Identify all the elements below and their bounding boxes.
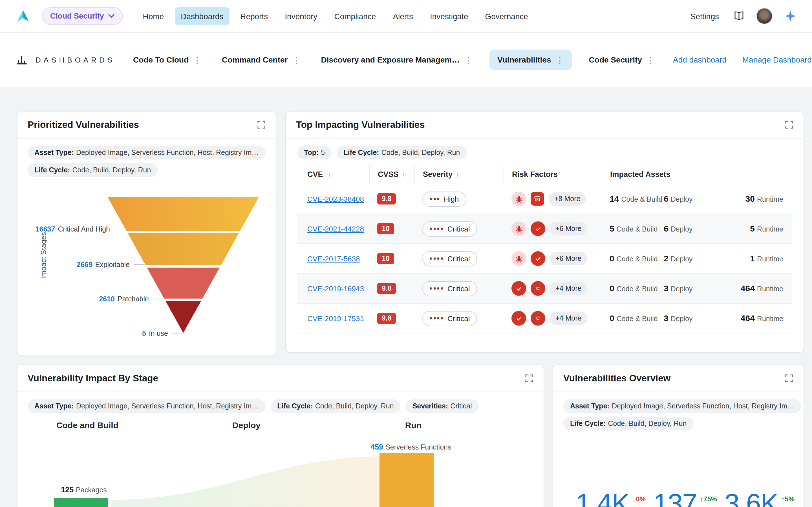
serverless-functions-node-label: 459Serverless Functions bbox=[370, 443, 451, 451]
table-row: CVE-2019-17531 9.8 Critical C bbox=[297, 304, 792, 334]
impacted-deploy: 2Deploy bbox=[664, 252, 731, 265]
impacted-runtime: 1Runtime bbox=[731, 252, 783, 265]
impacted-runtime: 464Runtime bbox=[731, 282, 783, 295]
top-nav: Cloud Security Home Dashboards Reports I… bbox=[0, 0, 812, 33]
cve-link[interactable]: CVE-2019-16943 bbox=[307, 284, 364, 293]
prisma-cloud-logo-icon[interactable] bbox=[16, 9, 31, 23]
docs-book-icon[interactable] bbox=[731, 9, 746, 23]
tab-label: Vulnerabilities bbox=[497, 55, 551, 64]
cvss-badge: 9.8 bbox=[377, 313, 396, 324]
nav-item-home[interactable]: Home bbox=[137, 7, 170, 25]
expand-icon[interactable] bbox=[785, 121, 794, 129]
kpi-delta-down: ↓0% bbox=[633, 495, 646, 503]
nav-item-governance[interactable]: Governance bbox=[479, 7, 534, 25]
filter-chip-asset-type[interactable]: Asset Type: Deployed Image, Serverless F… bbox=[563, 399, 801, 413]
funnel-chart: Impact Stages 1 bbox=[17, 197, 276, 333]
nav-item-compliance[interactable]: Compliance bbox=[328, 7, 382, 25]
tab-discovery-exposure[interactable]: Discovery and Exposure Managem… ⋮ bbox=[317, 50, 476, 70]
stage-value: 5 bbox=[142, 329, 146, 337]
more-risk-factors-pill[interactable]: +6 More bbox=[550, 222, 587, 235]
severity-badge: Critical bbox=[422, 281, 477, 296]
filter-chip-life-cycle[interactable]: Life Cycle: Code, Build, Deploy, Run bbox=[270, 399, 400, 413]
tab-code-to-cloud[interactable]: Code To Cloud ⋮ bbox=[130, 50, 205, 70]
tab-code-security[interactable]: Code Security ⋮ bbox=[586, 50, 658, 70]
severity-dots-icon bbox=[430, 317, 443, 320]
stage-value: 16637 bbox=[36, 225, 55, 233]
nav-item-settings[interactable]: Settings bbox=[688, 7, 721, 25]
column-header-impacted-assets: Impacted Assets bbox=[602, 165, 792, 184]
filter-chip-asset-type[interactable]: Asset Type: Deployed Image, Serverless F… bbox=[28, 399, 265, 413]
column-label: Risk Factors bbox=[512, 170, 558, 179]
filter-chip-top[interactable]: Top: 5 bbox=[297, 146, 332, 159]
card-title: Prioritized Vulnerabilities bbox=[28, 119, 139, 130]
kpi-delta-up: ↑5% bbox=[781, 495, 795, 503]
kebab-menu-icon[interactable]: ⋮ bbox=[464, 55, 472, 64]
kpi-value: 3.6K bbox=[725, 490, 778, 507]
kebab-menu-icon[interactable]: ⋮ bbox=[193, 55, 202, 64]
kebab-menu-icon[interactable]: ⋮ bbox=[556, 55, 564, 64]
node-value: 459 bbox=[370, 443, 383, 451]
column-header-cvss[interactable]: CVSS ↑↓ bbox=[369, 165, 414, 184]
cve-link[interactable]: CVE-2017-5638 bbox=[307, 255, 360, 263]
kebab-menu-icon[interactable]: ⋮ bbox=[647, 55, 655, 64]
packages-bar[interactable] bbox=[54, 498, 108, 507]
severity-badge: Critical bbox=[422, 251, 477, 266]
cve-link[interactable]: CVE-2021-44228 bbox=[307, 225, 364, 233]
filter-chip-asset-type[interactable]: Asset Type: Deployed Image, Serverless F… bbox=[28, 146, 265, 159]
tab-vulnerabilities[interactable]: Vulnerabilities ⋮ bbox=[490, 50, 572, 70]
severity-label: High bbox=[444, 194, 459, 203]
sort-icon[interactable]: ↑↓ bbox=[456, 171, 459, 177]
stage-value: 2669 bbox=[77, 261, 93, 269]
stage-column-run: Run bbox=[405, 420, 421, 430]
expand-icon[interactable] bbox=[525, 374, 534, 383]
impacted-code-build: 0Code & Build bbox=[610, 252, 664, 265]
packages-node-label: 125Packages bbox=[61, 486, 107, 494]
copilot-sparkle-icon[interactable] bbox=[783, 9, 797, 23]
node-name: Packages bbox=[76, 486, 107, 494]
nav-item-reports[interactable]: Reports bbox=[234, 7, 274, 25]
funnel-stage-label: 5 In use bbox=[142, 329, 182, 337]
expand-icon[interactable] bbox=[257, 121, 266, 129]
nav-item-alerts[interactable]: Alerts bbox=[387, 7, 419, 25]
workspace-switcher[interactable]: Cloud Security bbox=[42, 7, 123, 25]
cve-link[interactable]: CVE-2023-38408 bbox=[307, 195, 364, 203]
nav-item-dashboards[interactable]: Dashboards bbox=[174, 7, 230, 25]
filter-chip-life-cycle[interactable]: Life Cycle: Code, Build, Deploy, Run bbox=[563, 417, 693, 431]
more-risk-factors-pill[interactable]: +6 More bbox=[550, 252, 587, 265]
vulnerabilities-overview-card: Vulnerabilities Overview Asset Type: Dep… bbox=[553, 364, 804, 507]
more-risk-factors-pill[interactable]: +4 More bbox=[550, 312, 587, 325]
add-dashboard-link[interactable]: Add dashboard bbox=[673, 55, 726, 64]
more-risk-factors-pill[interactable]: +4 More bbox=[550, 282, 587, 295]
expand-icon[interactable] bbox=[785, 374, 794, 383]
serverless-functions-bar[interactable] bbox=[379, 453, 434, 507]
severity-label: Critical bbox=[448, 284, 470, 293]
cvss-badge: 9.8 bbox=[377, 283, 396, 294]
dashboards-label: DASHBOARDS bbox=[36, 55, 115, 64]
sort-icon[interactable]: ↑↓ bbox=[402, 171, 405, 177]
chip-value: Critical bbox=[450, 402, 472, 410]
vulnerabilities-table: CVE ↑↓ CVSS ↑↓ Severity ↑↓ Risk Factors bbox=[297, 165, 792, 334]
column-header-cve[interactable]: CVE ↑↓ bbox=[297, 165, 369, 184]
filter-chip-life-cycle[interactable]: Life Cycle: Code, Build, Deploy, Run bbox=[28, 163, 158, 177]
filter-chip-life-cycle[interactable]: Life Cycle: Code, Build, Deploy, Run bbox=[337, 146, 467, 159]
filter-chip-severities[interactable]: Severities: Critical bbox=[406, 399, 479, 413]
cve-link[interactable]: CVE-2019-17531 bbox=[307, 314, 364, 323]
severity-dots-icon bbox=[430, 258, 443, 260]
column-label: CVSS bbox=[378, 170, 399, 179]
manage-dashboards-link[interactable]: Manage Dashboards bbox=[742, 55, 812, 64]
prioritized-vulnerabilities-card: Prioritized Vulnerabilities Asset Type: … bbox=[17, 111, 276, 356]
stage-column-code-and-build: Code and Build bbox=[56, 420, 118, 430]
sort-icon[interactable]: ↑↓ bbox=[326, 171, 330, 177]
nav-item-investigate[interactable]: Investigate bbox=[424, 7, 474, 25]
tab-command-center[interactable]: Command Center ⋮ bbox=[218, 50, 304, 70]
bug-icon bbox=[511, 251, 526, 266]
chip-value: Code, Build, Deploy, Run bbox=[315, 402, 394, 410]
workspace-label: Cloud Security bbox=[50, 12, 104, 20]
more-risk-factors-pill[interactable]: +8 More bbox=[549, 192, 586, 206]
kebab-menu-icon[interactable]: ⋮ bbox=[292, 55, 301, 64]
severity-dots-icon bbox=[430, 228, 443, 230]
card-title: Vulnerabilities Overview bbox=[563, 373, 670, 384]
nav-item-inventory[interactable]: Inventory bbox=[278, 7, 323, 25]
column-header-severity[interactable]: Severity ↑↓ bbox=[414, 165, 504, 184]
user-avatar[interactable] bbox=[756, 8, 772, 24]
